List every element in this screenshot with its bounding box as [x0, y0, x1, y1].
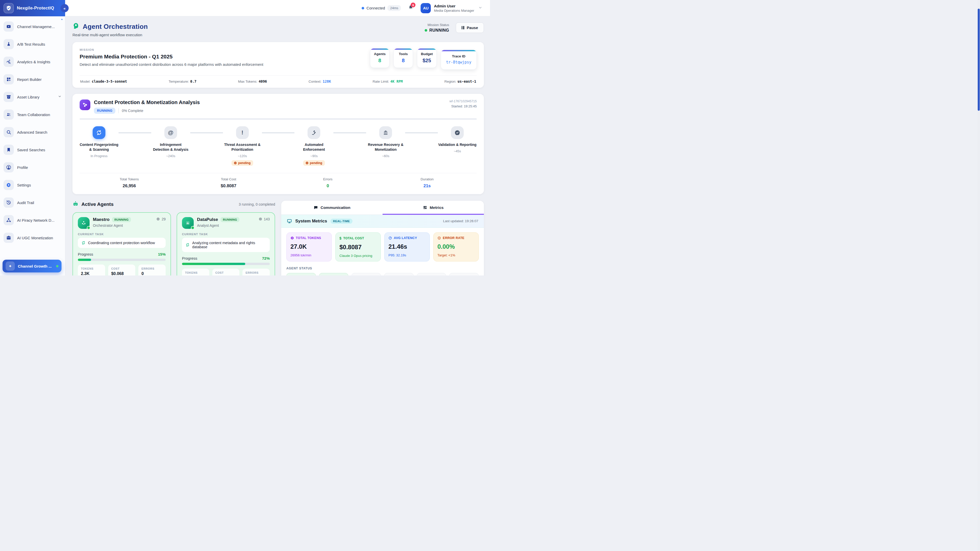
stage-threat-assessment[interactable]: ! Threat Assessment & Prioritization ~12…: [223, 126, 262, 166]
sidebar-item-channel-growth-active[interactable]: ✦ Channel Growth ...: [3, 260, 62, 272]
agent-head-icon: [73, 22, 80, 30]
pause-button[interactable]: Pause: [456, 22, 484, 33]
metrics-panel: Communication Metrics System Metrics REA…: [281, 201, 484, 275]
last-updated: Last updated: 19:26:07: [443, 219, 478, 223]
errors-stat: ERRORS0: [138, 265, 165, 275]
tools-chip: Tools 8: [393, 48, 413, 68]
workflow-icon: [80, 100, 90, 110]
cost-stat: COST$0.330: [212, 268, 240, 275]
chip-value: tr-8tqwjpsy: [446, 60, 471, 65]
agent-status-badge: RUNNING: [221, 217, 239, 222]
stage-connector: [333, 132, 366, 133]
report-grid-icon: [3, 74, 14, 84]
pause-label: Pause: [467, 25, 478, 30]
bank-icon: [379, 126, 392, 139]
trace-id-chip[interactable]: Trace ID tr-8tqwjpsy: [441, 50, 477, 70]
config-rate-limit: Rate Limit:4K RPM: [372, 79, 403, 83]
tab-metrics[interactable]: Metrics: [383, 201, 484, 214]
sidebar-collapse-button[interactable]: «: [60, 4, 68, 12]
agent-card-maestro[interactable]: Maestro RUNNING Orchestrator Agent 29: [73, 212, 171, 275]
chip-label: Tools: [397, 52, 409, 56]
user-name: Admin User: [434, 4, 474, 8]
sidebar-item-settings[interactable]: Settings: [3, 180, 62, 190]
mission-status-label: Mission Status: [425, 23, 449, 27]
sync-icon: [81, 241, 86, 245]
tokens-stat: TOKENS2.3K: [78, 265, 105, 275]
sparkle-icon: ✦: [6, 262, 15, 271]
workflow-stages: Content Fingerprinting & Scanning In Pro…: [80, 126, 477, 166]
agent-name: Maestro: [93, 217, 110, 222]
errors-stat: Errors 0: [278, 177, 377, 189]
stage-connector: [405, 132, 438, 133]
agent-status-label: AGENT STATUS: [286, 267, 479, 270]
agent-status-researcher: researcher0: [352, 273, 381, 275]
system-metrics-title: System Metrics: [295, 219, 327, 224]
sidebar-item-label: Asset Library: [17, 95, 40, 99]
config-max-tokens: Max Tokens:4096: [238, 79, 267, 83]
alert-icon: !: [236, 126, 249, 139]
sidebar-item-audit-trail[interactable]: Audit Trail: [3, 197, 62, 208]
sidebar-item-analytics-insights[interactable]: Analytics & Insights: [3, 57, 62, 67]
sidebar-item-team-collaboration[interactable]: Team Collaboration: [3, 110, 62, 120]
sidebar-item-report-builder[interactable]: Report Builder: [3, 74, 62, 84]
total-tokens-card: TOTAL TOKENS 27.0K 26956 tok/min: [286, 232, 332, 262]
metrics-grid-icon: [423, 205, 427, 210]
config-temperature: Temperature:0.7: [169, 79, 197, 83]
chip-value: 8: [374, 58, 386, 64]
agent-status-strategist: strategist0: [384, 273, 414, 275]
chip-label: Trace ID: [446, 54, 471, 58]
notifications-button[interactable]: 6: [408, 5, 414, 11]
sidebar-item-advanced-search[interactable]: Advanced Search: [3, 127, 62, 137]
agent-role: Analyst Agent: [197, 224, 239, 227]
pending-badge: pending: [231, 160, 253, 166]
token-icon: [290, 236, 294, 240]
sidebar-item-ai-ugc-monetization[interactable]: AI UGC Monetization: [3, 233, 62, 243]
sidebar-nav: Channel Manageme... A/B Test Results Ana…: [0, 16, 65, 243]
target-icon: @: [164, 126, 177, 139]
user-role: Media Operations Manager: [434, 9, 474, 13]
page-title-row: Agent Orchestration Real-time multi-agen…: [73, 22, 484, 37]
agents-chip: Agents 8: [370, 48, 390, 68]
stage-content-fingerprinting[interactable]: Content Fingerprinting & Scanning In Pro…: [80, 126, 118, 158]
divider: [118, 108, 119, 113]
agent-card-datapulse[interactable]: DataPulse RUNNING Analyst Agent 143: [177, 212, 275, 275]
pending-badge: pending: [303, 160, 325, 166]
stage-connector: [118, 132, 151, 133]
chip-value: 8: [397, 58, 409, 64]
agent-call-count: 143: [259, 217, 270, 221]
page-content: Agent Orchestration Real-time multi-agen…: [65, 16, 490, 275]
tab-communication[interactable]: Communication: [281, 201, 383, 214]
stage-validation-reporting[interactable]: Validation & Reporting ~45s: [438, 126, 477, 153]
total-cost-card: $TOTAL COST $0.8087 Claude 3 Opus pricin…: [335, 232, 381, 262]
realtime-badge: REAL-TIME: [331, 219, 352, 224]
brand-name: Nexgile-ProtectIQ: [17, 6, 54, 11]
mission-title: Premium Media Protection - Q1 2025: [80, 54, 363, 60]
budget-chip: Budget $25: [417, 48, 437, 68]
sidebar-item-ab-test-results[interactable]: A/B Test Results: [3, 39, 62, 49]
current-task-box: Coordinating content protection workflow: [78, 238, 165, 248]
sidebar-item-label: AI Piracy Network D...: [17, 218, 55, 222]
connection-dot: [362, 7, 364, 10]
current-task-text: Coordinating content protection workflow: [88, 241, 155, 245]
total-tokens-stat: Total Tokens 26,956: [80, 177, 179, 189]
sidebar-item-asset-library[interactable]: Asset Library: [3, 92, 62, 102]
chat-icon: [313, 205, 318, 210]
sidebar-item-channel-management[interactable]: Channel Manageme...: [3, 21, 62, 32]
avatar: AU: [421, 3, 431, 13]
stage-revenue-recovery[interactable]: Revenue Recovery & Monetization ~60s: [366, 126, 405, 158]
sidebar-item-ai-piracy-network[interactable]: AI Piracy Network D...: [3, 215, 62, 225]
agent-status-grid: orchestrator2.3K analyst11.0K researcher…: [286, 273, 479, 275]
sidebar-item-saved-searches[interactable]: Saved Searches: [3, 144, 62, 155]
workflow-totals: Total Tokens 26,956 Total Cost $0.8087 E…: [80, 173, 477, 192]
sidebar-item-label: Analytics & Insights: [17, 60, 50, 64]
active-agents-title: Active Agents: [81, 202, 114, 207]
sidebar-scroll-up-icon[interactable]: ▲: [61, 18, 63, 21]
workflow-started: Started: 19:25:45: [449, 104, 477, 108]
chevron-down-icon[interactable]: [58, 95, 62, 99]
stage-automated-enforcement[interactable]: Automated Enforcement ~90s pending: [294, 126, 333, 166]
stage-infringement-detection[interactable]: @ Infringement Detection & Analysis ~240…: [151, 126, 190, 158]
user-menu[interactable]: AU Admin User Media Operations Manager: [421, 3, 482, 13]
sidebar-item-profile[interactable]: Profile: [3, 162, 62, 172]
online-dot: [191, 226, 194, 230]
connection-status: Connected 24ms: [362, 5, 401, 11]
